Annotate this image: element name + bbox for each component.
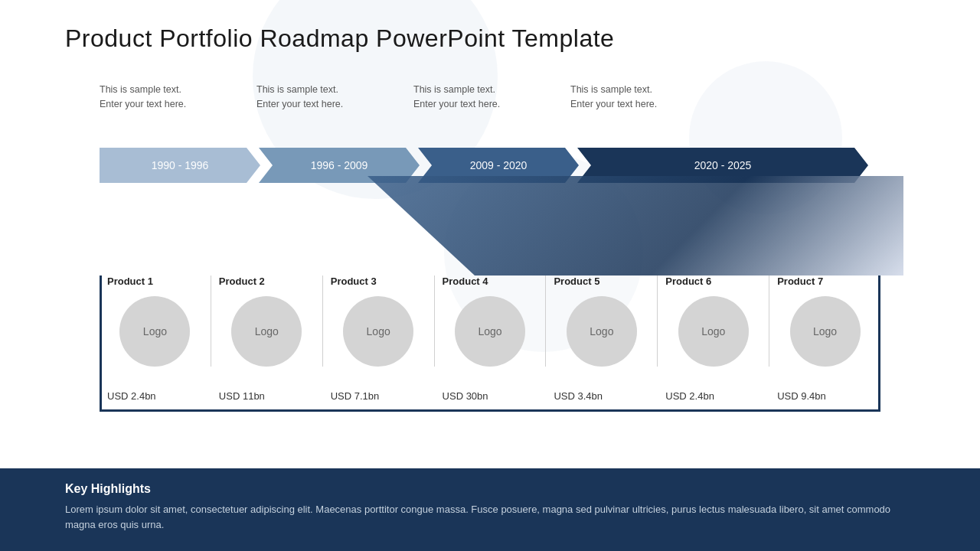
slide: Product Portfolio Roadmap PowerPoint Tem… xyxy=(0,0,980,551)
sample-text-1: This is sample text. Enter your text her… xyxy=(100,83,256,112)
product-3-logo: Logo xyxy=(343,296,413,367)
products-row: Product 1 Logo USD 2.4bn Product 2 Logo … xyxy=(100,276,880,367)
product-item-4: Product 4 Logo USD 30bn xyxy=(435,276,547,367)
footer-title: Key Highlights xyxy=(65,482,915,496)
timeline-baseline xyxy=(100,409,880,412)
product-7-name: Product 7 xyxy=(777,276,823,287)
product-5-name: Product 5 xyxy=(554,276,599,287)
product-4-name: Product 4 xyxy=(443,276,488,287)
sample-text-4: This is sample text. Enter your text her… xyxy=(570,83,727,112)
product-7-logo: Logo xyxy=(790,296,861,367)
product-1-logo: Logo xyxy=(119,296,190,367)
product-item-3: Product 3 Logo USD 7.1bn xyxy=(323,276,435,367)
product-2-logo: Logo xyxy=(231,296,302,367)
product-item-5: Product 5 Logo USD 3.4bn xyxy=(546,276,658,367)
key-highlights-section: Key Highlights Lorem ipsum dolor sit ame… xyxy=(0,468,980,551)
timeline-segment-1: 1990 - 1996 xyxy=(100,148,260,183)
product-5-value: USD 3.4bn xyxy=(554,390,603,402)
product-item-7: Product 7 Logo USD 9.4bn xyxy=(769,276,880,367)
product-1-name: Product 1 xyxy=(107,276,153,287)
product-section-right-border xyxy=(878,276,880,412)
page-title: Product Portfolio Roadmap PowerPoint Tem… xyxy=(65,24,614,53)
product-3-name: Product 3 xyxy=(331,276,377,287)
product-4-logo: Logo xyxy=(455,296,525,367)
product-item-6: Product 6 Logo USD 2.4bn xyxy=(658,276,769,367)
sample-text-3: This is sample text. Enter your text her… xyxy=(413,83,570,112)
sample-text-2: This is sample text. Enter your text her… xyxy=(256,83,413,112)
product-4-value: USD 30bn xyxy=(443,390,488,402)
product-item-1: Product 1 Logo USD 2.4bn xyxy=(100,276,211,367)
product-2-name: Product 2 xyxy=(219,276,265,287)
product-item-2: Product 2 Logo USD 11bn xyxy=(211,276,323,367)
sample-texts-row: This is sample text. Enter your text her… xyxy=(100,83,880,112)
product-3-value: USD 7.1bn xyxy=(331,390,380,402)
product-2-value: USD 11bn xyxy=(219,390,265,402)
product-6-logo: Logo xyxy=(678,296,749,367)
footer-body: Lorem ipsum dolor sit amet, consectetuer… xyxy=(65,502,915,533)
product-section-left-border xyxy=(100,276,102,412)
product-1-value: USD 2.4bn xyxy=(107,390,156,402)
product-5-logo: Logo xyxy=(567,296,637,367)
product-6-name: Product 6 xyxy=(665,276,711,287)
product-6-value: USD 2.4bn xyxy=(665,390,714,402)
product-7-value: USD 9.4bn xyxy=(777,390,826,402)
